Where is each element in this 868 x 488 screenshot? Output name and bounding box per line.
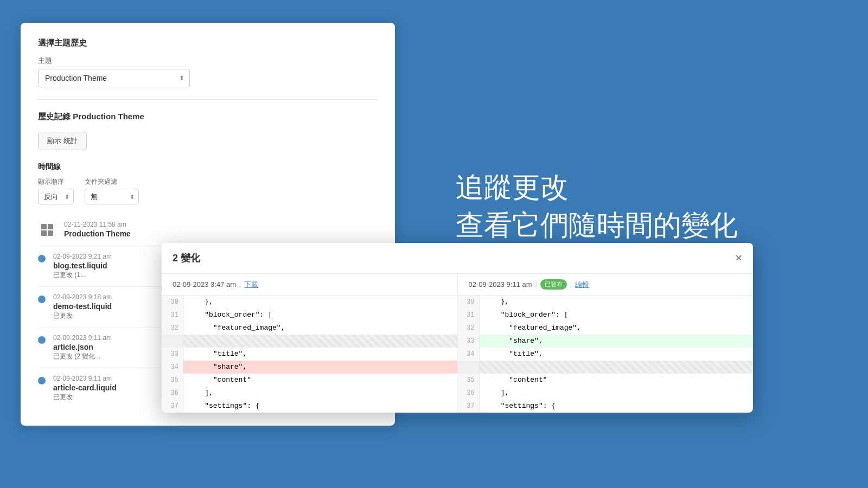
diff-line-code: "block_order": [ xyxy=(183,309,457,322)
diff-line-code: "featured_image", xyxy=(480,322,754,335)
diff-edit-link[interactable]: 編輯 xyxy=(575,280,589,290)
diff-line-number: 30 xyxy=(458,296,480,309)
select-history-title: 選擇主題歷史 xyxy=(38,38,378,48)
diff-row: 32 "featured_image", xyxy=(458,322,754,335)
diff-line-code: ], xyxy=(480,387,754,400)
diff-line-code xyxy=(183,335,457,348)
diff-row xyxy=(162,335,457,348)
diff-row: 33 "share", xyxy=(458,335,754,348)
diff-right-panel: 30 },31 "block_order": [32 "featured_ima… xyxy=(458,296,754,413)
diff-row: 33 "title", xyxy=(162,348,457,361)
diff-left-date: 02-09-2023 3:47 am xyxy=(173,280,236,288)
timeline-controls: 顯示順序 反向 正向 ⬍ 文件夾過濾 無 Templates xyxy=(38,177,378,204)
diff-line-code: "featured_image", xyxy=(183,322,457,335)
timeline-dot-icon xyxy=(38,255,46,262)
order-select[interactable]: 反向 正向 xyxy=(38,189,74,204)
diff-modal-header: 2 變化 × xyxy=(162,243,753,274)
diff-row: 36 ], xyxy=(162,387,457,400)
diff-line-code: "settings": { xyxy=(480,400,754,413)
diff-line-number: 33 xyxy=(458,335,480,348)
diff-content: 30 },31 "block_order": [32 "featured_ima… xyxy=(162,296,753,413)
diff-line-number: 35 xyxy=(162,374,183,387)
order-label: 顯示順序 xyxy=(38,177,74,187)
diff-line-code: }, xyxy=(480,296,754,309)
diff-line-number: 32 xyxy=(458,322,480,335)
timeline-item-content: 02-11-2023 11:58 am Production Theme xyxy=(64,221,378,238)
diff-line-code: "share", xyxy=(183,361,457,374)
diff-row: 35 "content" xyxy=(162,374,457,387)
timeline-item-date: 02-11-2023 11:58 am xyxy=(64,221,378,228)
left-area: 選擇主題歷史 主題 Production Theme Staging Theme… xyxy=(0,0,423,488)
theme-field-label: 主題 xyxy=(38,56,378,66)
folder-select[interactable]: 無 Templates Sections xyxy=(85,189,139,204)
diff-line-code: "title", xyxy=(480,348,754,361)
diff-line-number: 33 xyxy=(162,348,183,361)
diff-row: 32 "featured_image", xyxy=(162,322,457,335)
diff-line-number: 32 xyxy=(162,322,183,335)
diff-subheader: 02-09-2023 3:47 am | 下載 02-09-2023 9:11 … xyxy=(162,274,753,296)
diff-line-number: 37 xyxy=(458,400,480,413)
diff-line-code: }, xyxy=(183,296,457,309)
diff-row: 37 "settings": { xyxy=(458,400,754,413)
diff-right-header: 02-09-2023 9:11 am | 已發布 | 編輯 xyxy=(458,274,754,295)
theme-select-wrapper: Production Theme Staging Theme Developme… xyxy=(38,69,190,87)
diff-line-number: 35 xyxy=(458,374,480,387)
diff-line-code: "content" xyxy=(183,374,457,387)
show-stats-button[interactable]: 顯示 統計 xyxy=(38,132,87,150)
timeline-header: 時間線 xyxy=(38,162,378,172)
diff-line-code xyxy=(480,361,754,374)
diff-line-number: 37 xyxy=(162,400,183,413)
diff-line-code: "content" xyxy=(480,374,754,387)
diff-line-code: "settings": { xyxy=(183,400,457,413)
diff-close-button[interactable]: × xyxy=(735,252,742,264)
timeline-item-name: Production Theme xyxy=(64,229,378,238)
folder-control-group: 文件夾過濾 無 Templates Sections ⬍ xyxy=(85,177,139,204)
divider-1 xyxy=(38,99,378,100)
diff-modal-title: 2 變化 xyxy=(173,252,200,265)
timeline-dot-icon xyxy=(38,336,46,344)
diff-line-code: "block_order": [ xyxy=(480,309,754,322)
diff-left-panel: 30 },31 "block_order": [32 "featured_ima… xyxy=(162,296,458,413)
diff-right-date: 02-09-2023 9:11 am xyxy=(469,280,532,288)
diff-row xyxy=(458,361,754,374)
diff-row: 30 }, xyxy=(162,296,457,309)
diff-line-number: 36 xyxy=(458,387,480,400)
diff-line-code: ], xyxy=(183,387,457,400)
timeline-dot-icon xyxy=(38,377,46,384)
hero-line-1: 追蹤更改 xyxy=(456,168,738,206)
theme-select[interactable]: Production Theme Staging Theme Developme… xyxy=(38,69,190,87)
diff-row: 36 ], xyxy=(458,387,754,400)
order-control-group: 顯示順序 反向 正向 ⬍ xyxy=(38,177,74,204)
diff-line-code: "title", xyxy=(183,348,457,361)
diff-left-header: 02-09-2023 3:47 am | 下載 xyxy=(162,274,458,295)
diff-line-number: 34 xyxy=(458,348,480,361)
diff-line-number: 31 xyxy=(458,309,480,322)
history-section-title: 歷史記錄 Production Theme xyxy=(38,112,378,122)
diff-line-number: 31 xyxy=(162,309,183,322)
diff-line-code: "share", xyxy=(480,335,754,348)
diff-modal: 2 變化 × 02-09-2023 3:47 am | 下載 02-09-202… xyxy=(162,243,753,413)
diff-line-number: 36 xyxy=(162,387,183,400)
timeline-dot-icon xyxy=(38,296,46,303)
order-select-wrap: 反向 正向 ⬍ xyxy=(38,189,74,204)
diff-row: 37 "settings": { xyxy=(162,400,457,413)
diff-line-number: 34 xyxy=(162,361,183,374)
folder-label: 文件夾過濾 xyxy=(85,177,139,187)
diff-row: 31 "block_order": [ xyxy=(162,309,457,322)
diff-line-number xyxy=(458,361,480,374)
diff-row: 31 "block_order": [ xyxy=(458,309,754,322)
timeline-item[interactable]: 02-11-2023 11:58 am Production Theme xyxy=(38,214,378,246)
diff-download-link[interactable]: 下載 xyxy=(244,280,258,290)
diff-row: 34 "title", xyxy=(458,348,754,361)
diff-line-number: 30 xyxy=(162,296,183,309)
diff-line-number xyxy=(162,335,183,348)
diff-row: 34 "share", xyxy=(162,361,457,374)
hero-line-2: 查看它們隨時間的變化 xyxy=(456,206,738,244)
timeline-item-icon xyxy=(38,221,56,239)
diff-row: 30 }, xyxy=(458,296,754,309)
published-badge: 已發布 xyxy=(540,279,567,290)
folder-select-wrap: 無 Templates Sections ⬍ xyxy=(85,189,139,204)
diff-row: 35 "content" xyxy=(458,374,754,387)
